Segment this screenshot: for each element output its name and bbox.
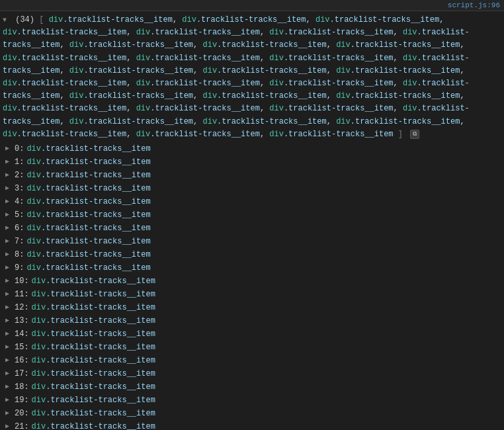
item-class: .tracklist-tracks__item xyxy=(46,421,155,430)
item-class: .tracklist-tracks__item xyxy=(41,209,151,221)
item-expand-icon[interactable] xyxy=(5,183,13,193)
close-bracket: ] xyxy=(398,130,403,139)
item-tag: div xyxy=(26,222,41,234)
sel-class-1: .tracklist-tracks__item xyxy=(196,15,306,24)
item-class: .tracklist-tracks__item xyxy=(46,408,155,419)
sel-tag-23: div xyxy=(336,91,351,101)
list-item[interactable]: 5: div.tracklist-tracks__item xyxy=(0,208,504,222)
list-item[interactable]: 7: div.tracklist-tracks__item xyxy=(0,235,504,248)
item-class: .tracklist-tracks__item xyxy=(41,183,151,194)
item-tag: div xyxy=(32,421,46,430)
item-tag: div xyxy=(26,169,41,181)
sel-class-23: .tracklist-tracks__item xyxy=(351,91,460,101)
sel-class-32: .tracklist-tracks__item xyxy=(150,130,260,139)
copy-icon[interactable]: ⧉ xyxy=(410,130,419,139)
item-expand-icon[interactable] xyxy=(5,289,13,299)
list-item[interactable]: 11: div.tracklist-tracks__item xyxy=(0,288,504,301)
item-expand-icon[interactable] xyxy=(5,210,13,220)
item-expand-icon[interactable] xyxy=(5,223,13,233)
item-class: .tracklist-tracks__item xyxy=(46,394,155,406)
item-index: 13: xyxy=(15,315,29,327)
sel-tag-12: div xyxy=(269,54,284,63)
item-expand-icon[interactable] xyxy=(5,196,13,206)
item-expand-icon[interactable] xyxy=(5,276,13,286)
item-class: .tracklist-tracks__item xyxy=(46,302,155,314)
sel-tag-31: div xyxy=(3,130,17,139)
list-item[interactable]: 13: div.tracklist-tracks__item xyxy=(0,314,504,327)
list-item[interactable]: 3: div.tracklist-tracks__item xyxy=(0,182,504,195)
list-item[interactable]: 9: div.tracklist-tracks__item xyxy=(0,261,504,275)
sel-tag-28: div xyxy=(69,117,84,126)
list-item[interactable]: 1: div.tracklist-tracks__item xyxy=(0,155,504,169)
open-bracket: [ xyxy=(39,15,44,24)
list-item[interactable]: 19: div.tracklist-tracks__item xyxy=(0,394,504,407)
list-item[interactable]: 14: div.tracklist-tracks__item xyxy=(0,327,504,341)
list-item[interactable]: 12: div.tracklist-tracks__item xyxy=(0,301,504,314)
item-expand-icon[interactable] xyxy=(5,170,13,180)
item-expand-icon[interactable] xyxy=(5,368,13,378)
sel-class-12: .tracklist-tracks__item xyxy=(284,54,394,63)
item-tag: div xyxy=(32,315,46,327)
script-link[interactable]: script.js:96 xyxy=(448,1,500,9)
list-item[interactable]: 10: div.tracklist-tracks__item xyxy=(0,275,504,288)
list-item[interactable]: 6: div.tracklist-tracks__item xyxy=(0,222,504,235)
sel-class-21: .tracklist-tracks__item xyxy=(83,91,193,101)
content-area[interactable]: (34) [ div.tracklist-tracks__item, div.t… xyxy=(0,11,504,430)
sel-class-24: .tracklist-tracks__item xyxy=(17,104,127,113)
item-expand-icon[interactable] xyxy=(5,236,13,246)
item-expand-icon[interactable] xyxy=(5,316,13,325)
top-bar: script.js:96 xyxy=(0,0,504,11)
item-class: .tracklist-tracks__item xyxy=(41,262,151,274)
list-item[interactable]: 2: div.tracklist-tracks__item xyxy=(0,169,504,182)
sel-class-8: .tracklist-tracks__item xyxy=(217,40,327,50)
list-item[interactable]: 4: div.tracklist-tracks__item xyxy=(0,195,504,208)
item-expand-icon[interactable] xyxy=(5,157,13,167)
item-expand-icon[interactable] xyxy=(5,144,13,153)
item-index: 1: xyxy=(15,156,24,168)
sel-class-22: .tracklist-tracks__item xyxy=(217,91,327,101)
list-item[interactable]: 16: div.tracklist-tracks__item xyxy=(0,354,504,367)
list-item[interactable]: 18: div.tracklist-tracks__item xyxy=(0,380,504,394)
item-index: 19: xyxy=(15,394,29,406)
item-class: .tracklist-tracks__item xyxy=(46,381,155,393)
list-item[interactable]: 0: div.tracklist-tracks__item xyxy=(0,142,504,155)
item-tag: div xyxy=(26,236,41,247)
sel-tag-1: div xyxy=(182,15,196,24)
sel-class-9: .tracklist-tracks__item xyxy=(351,40,460,50)
sel-tag-29: div xyxy=(202,117,217,126)
item-class: .tracklist-tracks__item xyxy=(46,355,155,366)
item-expand-icon[interactable] xyxy=(5,342,13,352)
item-tag: div xyxy=(32,368,46,380)
item-expand-icon[interactable] xyxy=(5,395,13,405)
item-expand-icon[interactable] xyxy=(5,263,13,273)
item-tag: div xyxy=(26,156,41,168)
item-index: 4: xyxy=(15,196,24,208)
sel-tag-5: div xyxy=(269,28,284,37)
item-expand-icon[interactable] xyxy=(5,302,13,312)
list-item[interactable]: 21: div.tracklist-tracks__item xyxy=(0,420,504,430)
item-expand-icon[interactable] xyxy=(5,249,13,259)
list-item[interactable]: 20: div.tracklist-tracks__item xyxy=(0,407,504,420)
item-index: 21: xyxy=(15,421,29,430)
item-index: 17: xyxy=(15,368,29,380)
sel-class-28: .tracklist-tracks__item xyxy=(83,117,193,126)
sel-tag-15: div xyxy=(202,66,217,75)
item-tag: div xyxy=(26,262,41,274)
item-class: .tracklist-tracks__item xyxy=(41,169,151,181)
item-expand-icon[interactable] xyxy=(5,382,13,392)
item-expand-icon[interactable] xyxy=(5,408,13,418)
list-item[interactable]: 8: div.tracklist-tracks__item xyxy=(0,248,504,261)
header-expand-icon[interactable] xyxy=(3,15,11,26)
item-expand-icon[interactable] xyxy=(5,421,13,430)
list-item[interactable]: 17: div.tracklist-tracks__item xyxy=(0,367,504,380)
sel-class-2: .tracklist-tracks__item xyxy=(330,15,440,24)
item-expand-icon[interactable] xyxy=(5,355,13,365)
item-tag: div xyxy=(26,209,41,221)
sel-class-0: .tracklist-tracks__item xyxy=(63,15,173,24)
sel-tag-32: div xyxy=(136,130,151,139)
list-item[interactable]: 15: div.tracklist-tracks__item xyxy=(0,341,504,354)
sel-class-14: .tracklist-tracks__item xyxy=(83,66,193,75)
item-class: .tracklist-tracks__item xyxy=(46,315,155,327)
item-expand-icon[interactable] xyxy=(5,329,13,339)
item-index: 7: xyxy=(15,236,24,247)
